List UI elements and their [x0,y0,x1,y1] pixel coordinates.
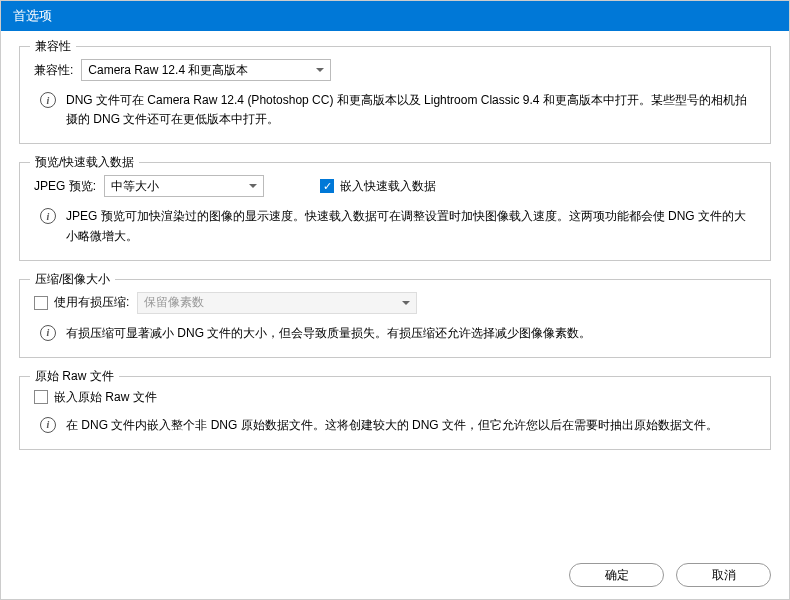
lossy-compress-value: 保留像素数 [144,294,204,311]
cancel-button-label: 取消 [712,567,736,584]
preferences-dialog: 首选项 兼容性 兼容性: Camera Raw 12.4 和更高版本 i DNG… [0,0,790,600]
jpeg-preview-value: 中等大小 [111,178,159,195]
preview-fieldset: 预览/快速载入数据 JPEG 预览: 中等大小 嵌入快速载入数据 i JPEG … [19,162,771,260]
compress-info-text: 有损压缩可显著减小 DNG 文件的大小，但会导致质量损失。有损压缩还允许选择减少… [66,324,756,343]
compat-label: 兼容性: [34,62,73,79]
cancel-button[interactable]: 取消 [676,563,771,587]
compress-legend: 压缩/图像大小 [30,271,115,288]
compat-select-value: Camera Raw 12.4 和更高版本 [88,62,248,79]
lossy-compress-checkbox[interactable]: 使用有损压缩: [34,294,129,311]
compat-legend: 兼容性 [30,38,76,55]
info-icon: i [40,92,56,108]
raw-legend: 原始 Raw 文件 [30,368,119,385]
check-icon [320,179,334,193]
compat-info-text: DNG 文件可在 Camera Raw 12.4 (Photoshop CC) … [66,91,756,129]
raw-fieldset: 原始 Raw 文件 嵌入原始 Raw 文件 i 在 DNG 文件内嵌入整个非 D… [19,376,771,450]
compat-fieldset: 兼容性 兼容性: Camera Raw 12.4 和更高版本 i DNG 文件可… [19,46,771,144]
ok-button-label: 确定 [605,567,629,584]
dialog-content: 兼容性 兼容性: Camera Raw 12.4 和更高版本 i DNG 文件可… [1,31,789,450]
jpeg-preview-select[interactable]: 中等大小 [104,175,264,197]
titlebar: 首选项 [1,1,789,31]
check-icon [34,296,48,310]
compat-select[interactable]: Camera Raw 12.4 和更高版本 [81,59,331,81]
ok-button[interactable]: 确定 [569,563,664,587]
preview-info-text: JPEG 预览可加快渲染过的图像的显示速度。快速载入数据可在调整设置时加快图像载… [66,207,756,245]
embed-raw-checkbox[interactable]: 嵌入原始 Raw 文件 [34,389,157,406]
embed-raw-label: 嵌入原始 Raw 文件 [54,389,157,406]
embed-fastload-label: 嵌入快速载入数据 [340,178,436,195]
preview-legend: 预览/快速载入数据 [30,154,139,171]
window-title: 首选项 [13,7,52,25]
embed-fastload-checkbox[interactable]: 嵌入快速载入数据 [320,178,436,195]
check-icon [34,390,48,404]
dialog-buttons: 确定 取消 [1,555,789,599]
compress-fieldset: 压缩/图像大小 使用有损压缩: 保留像素数 i 有损压缩可显著减小 DNG 文件… [19,279,771,358]
raw-info-text: 在 DNG 文件内嵌入整个非 DNG 原始数据文件。这将创建较大的 DNG 文件… [66,416,756,435]
lossy-compress-label: 使用有损压缩: [54,294,129,311]
info-icon: i [40,325,56,341]
jpeg-preview-label: JPEG 预览: [34,178,96,195]
info-icon: i [40,417,56,433]
info-icon: i [40,208,56,224]
lossy-compress-select: 保留像素数 [137,292,417,314]
